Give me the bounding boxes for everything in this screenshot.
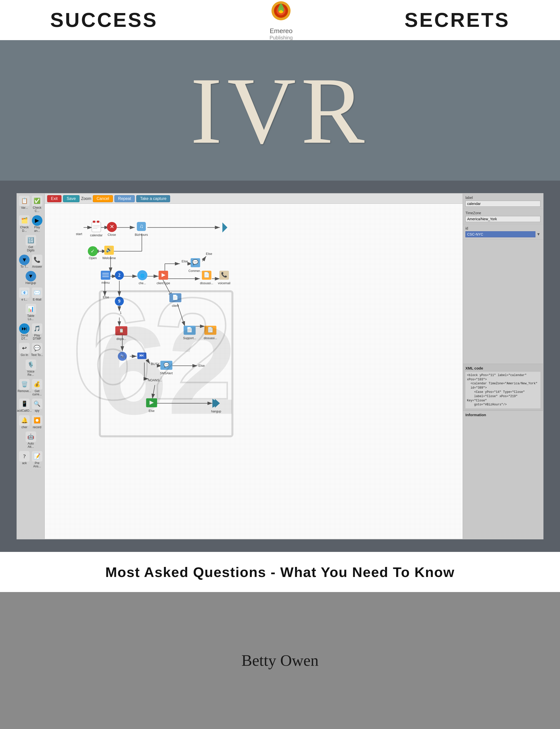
logo-name: Emereo (270, 27, 293, 35)
sidebar-item-playdtmf[interactable]: 🎵 Play DTMF (31, 323, 43, 340)
goin-label: Go In (21, 353, 28, 357)
repeat-button[interactable]: Repeat (114, 195, 135, 202)
svg-rect-44 (137, 352, 146, 359)
preans-icon: 📝 (32, 451, 42, 462)
svg-text:2: 2 (118, 273, 120, 278)
email-icon: ✉️ (32, 287, 42, 298)
main-canvas[interactable]: Exit Save Zoom Cancel Repeat Take a capt… (45, 194, 463, 539)
sidebar-item-var[interactable]: 📋 Var... (18, 196, 30, 209)
var-label: Var... (21, 206, 28, 209)
svg-marker-116 (212, 399, 220, 408)
exit-button[interactable]: Exit (47, 195, 61, 202)
sidebar-row-12: 📱 acdCallO... 🔍 spy (18, 399, 43, 412)
save-button[interactable]: Save (63, 195, 80, 202)
svg-point-91 (115, 297, 124, 306)
logo-area: Emereo Publishing (267, 0, 295, 41)
svg-text:Close: Close (108, 233, 116, 237)
svg-rect-107 (160, 361, 172, 370)
sidebar-item-goin[interactable]: ↩ Go In (18, 343, 30, 357)
checkd-icon: 🗂️ (19, 215, 30, 226)
svg-text:dissuasi...: dissuasi... (200, 281, 213, 285)
playan-icon: ▶ (32, 215, 42, 226)
sidebar-item-getcurre[interactable]: 💰 Get curre... (31, 379, 43, 396)
dropdown-arrow-icon[interactable]: ▼ (536, 232, 540, 237)
voicere-icon: 🎙️ (26, 359, 36, 370)
svg-text:Else: Else (206, 252, 212, 256)
hangup-label: Hangup (25, 281, 36, 285)
svg-rect-4 (45, 204, 462, 539)
svg-rect-100 (184, 326, 196, 335)
svg-text:BizHours: BizHours (135, 233, 148, 237)
svg-text:♫: ♫ (139, 223, 143, 229)
getdigits-label: Get Digits (25, 246, 37, 252)
svg-line-29 (177, 304, 185, 326)
svg-text:✕: ✕ (110, 224, 114, 230)
cher-icon: 🔔 (19, 415, 30, 426)
svg-point-54 (107, 222, 117, 232)
rp-label-input[interactable] (465, 201, 540, 207)
sidebar-row-10: 🎙️ Voice Re... (18, 359, 43, 377)
answer-label: Answer (32, 265, 42, 268)
canvas-content[interactable]: % ⏭ start calendar (45, 204, 463, 539)
svg-text:🌐: 🌐 (140, 274, 145, 278)
cancel-button[interactable]: Cancel (93, 195, 113, 202)
sidebar-item-autoatt[interactable]: 🤖 Auto Att... (25, 431, 37, 449)
sidebar-item-hangup[interactable]: ▼ Hangup (25, 271, 37, 285)
toolbar: Exit Save Zoom Cancel Repeat Take a capt… (45, 194, 463, 204)
svg-rect-80 (191, 258, 200, 267)
svg-text:▶: ▶ (162, 272, 166, 277)
svg-text:dispa...: dispa... (116, 337, 126, 341)
rp-id-value[interactable]: CSC-NYC (465, 231, 535, 237)
sidebar-item-answer[interactable]: 📞 Answer (31, 255, 43, 268)
sidebar-item-checkc[interactable]: ✅ Check C... (31, 196, 43, 213)
rp-id-select: CSC-NYC ▼ (465, 231, 540, 237)
tot-label: To T... (20, 265, 28, 268)
checkc-label: Check C... (31, 206, 43, 213)
sidebar-item-tablelo[interactable]: 📊 Table Lo... (25, 304, 37, 321)
screenshot-container: 📋 Var... ✅ Check C... 🗂️ Check D... ▶ Pl… (17, 193, 543, 539)
svg-text:⏭: ⏭ (139, 353, 144, 358)
sidebar-item-spy[interactable]: 🔍 spy (31, 399, 43, 412)
sidebar-item-textto[interactable]: 💬 Text To... (31, 343, 43, 357)
sidebar-row-4: ▼ To T... 📞 Answer (18, 255, 43, 268)
sidebar-item-email[interactable]: ✉️ E-Mail (31, 287, 43, 301)
svg-text:%: % (121, 354, 124, 358)
sidebar-item-et[interactable]: 📧 e t... (18, 287, 30, 301)
hangup-icon: ▼ (26, 271, 36, 281)
sidebar-item-getdigits[interactable]: 🔢 Get Digits (25, 235, 37, 252)
sidebar-row-3: 🔢 Get Digits (18, 235, 43, 252)
header-success-label: SUCCESS (50, 9, 158, 32)
svg-text:client: client (172, 304, 179, 308)
svg-rect-84 (202, 271, 212, 280)
sidebar-item-senddt[interactable]: ⏭ Send DT... (18, 323, 30, 340)
sidebar-item-record[interactable]: ⏺️ record (31, 415, 43, 429)
et-label: e t... (22, 298, 27, 301)
svg-rect-76 (159, 271, 168, 280)
sidebar-item-tot[interactable]: ▼ To T... (18, 255, 30, 268)
svg-text:clientType: clientType (157, 281, 170, 285)
logo-subtitle: Publishing (269, 35, 293, 41)
sidebar-item-remove[interactable]: 🗑️ Remove... (18, 379, 30, 393)
remove-label: Remove... (18, 390, 31, 393)
acdcallo-icon: 📱 (19, 399, 30, 409)
svg-rect-47 (92, 222, 101, 232)
email-label: E-Mail (33, 298, 41, 301)
svg-text:voicemail: voicemail (218, 281, 230, 285)
capture-button[interactable]: Take a capture (136, 195, 170, 202)
sidebar-item-ack[interactable]: ? ack (18, 451, 30, 465)
svg-line-38 (152, 385, 155, 399)
sidebar-item-checkd[interactable]: 🗂️ Check D... (18, 215, 30, 232)
svg-rect-48 (93, 221, 95, 223)
sidebar-item-preans[interactable]: 📝 Pre Ans... (31, 451, 43, 468)
rp-xml-code: <block yPos="11" label="calendar" xPos="… (465, 372, 540, 408)
svg-text:70: 70 (120, 355, 124, 359)
sidebar-item-voicere[interactable]: 🎙️ Voice Re... (25, 359, 37, 377)
sidebar-row-9: ↩ Go In 💬 Text To... (18, 343, 43, 357)
sidebar-item-cher[interactable]: 🔔 cher (18, 415, 30, 429)
svg-text:Commer...: Commer... (188, 269, 202, 273)
sidebar-item-playan[interactable]: ▶ Play an... (31, 215, 43, 232)
sidebar-item-acdcallo[interactable]: 📱 acdCallO... (18, 399, 30, 412)
var-icon: 📋 (19, 196, 30, 206)
rp-timezone-input[interactable] (465, 216, 540, 222)
playan-label: Play an... (31, 226, 43, 232)
